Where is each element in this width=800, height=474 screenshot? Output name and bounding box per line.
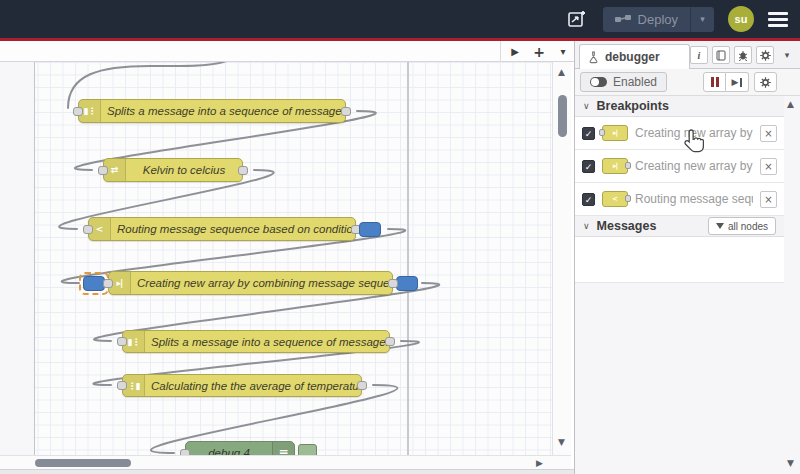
scroll-right-icon[interactable]: ▶ <box>536 459 543 468</box>
join-icon: ▸| <box>613 162 617 170</box>
scroll-up-icon[interactable]: ▲ <box>558 68 565 77</box>
remove-breakpoint-button[interactable]: × <box>760 125 777 142</box>
sidebar: debugger i <box>574 41 800 474</box>
scroll-up-icon[interactable]: ▲ <box>787 100 794 109</box>
node-chip: ▸| <box>602 158 628 174</box>
node-label: Creating new array by combining message … <box>131 277 392 289</box>
flask-icon <box>588 51 599 64</box>
scroll-down-icon[interactable]: ▼ <box>787 459 794 468</box>
funnel-icon <box>716 223 724 229</box>
canvas-footer <box>0 469 574 474</box>
chevron-down-icon: ∨ <box>583 221 590 231</box>
enabled-label: Enabled <box>613 75 657 89</box>
messages-section-header[interactable]: ∨ Messages all nodes <box>575 216 784 237</box>
step-icon: ▶ <box>732 77 739 87</box>
breakpoint-checkbox[interactable]: ✓ <box>582 127 595 140</box>
deploy-node-icon <box>615 13 631 25</box>
flow-canvas[interactable]: ▮⋮ Splits a message into a sequence of m… <box>0 62 552 455</box>
section-title: Messages <box>597 219 657 233</box>
output-port[interactable] <box>385 337 395 346</box>
input-port[interactable] <box>117 381 127 390</box>
breakpoints-section-header[interactable]: ∨ Breakpoints <box>575 96 784 117</box>
tab-debugger[interactable]: debugger <box>579 44 690 69</box>
breakpoint-row[interactable]: ✓ ▸| Creating new array by combini × <box>575 150 784 183</box>
section-title: Breakpoints <box>597 99 669 113</box>
menu-icon[interactable] <box>768 12 788 27</box>
debug-icon: ≡ <box>272 442 294 455</box>
node-chip: < <box>602 191 628 207</box>
breakpoint-label: Routing message sequence ba <box>635 192 753 206</box>
tab-scroll-right-icon[interactable]: ▶ <box>504 41 526 62</box>
add-flow-button[interactable]: + <box>528 41 550 62</box>
node-label: Splits a message into a sequence of mess… <box>145 336 389 348</box>
breakpoint-row[interactable]: ✓ < Routing message sequence ba × <box>575 183 784 216</box>
sidebar-scrollbar[interactable]: ▲ ▼ <box>784 96 800 474</box>
remove-breakpoint-button[interactable]: × <box>760 191 777 208</box>
step-button[interactable]: ▶ <box>726 72 749 92</box>
input-port[interactable] <box>117 337 127 346</box>
node-join-selected[interactable]: ▸| Creating new array by combining messa… <box>108 271 393 295</box>
deploy-label: Deploy <box>638 12 678 27</box>
input-port[interactable] <box>73 107 83 116</box>
output-port[interactable] <box>341 107 351 116</box>
canvas-hscrollbar[interactable]: ▶ <box>0 455 571 469</box>
hscroll-thumb[interactable] <box>35 459 131 467</box>
debugger-toolbar: Enabled ▶ <box>575 69 800 96</box>
scroll-down-icon[interactable]: ▼ <box>558 438 565 447</box>
join-icon: ▸| <box>613 129 617 137</box>
port-icon <box>599 129 605 136</box>
debugger-panel: ▲ ▼ ∨ Breakpoints ✓ ▸| Creating new arra… <box>575 96 800 474</box>
sidebar-menu-caret-icon[interactable]: ▾ <box>778 46 796 64</box>
output-port[interactable] <box>357 381 367 390</box>
filter-label: all nodes <box>728 221 768 232</box>
breakpoint-marker[interactable] <box>396 276 418 291</box>
tab-label: debugger <box>605 50 660 64</box>
message-filter-button[interactable]: all nodes <box>708 217 776 235</box>
breakpoint-marker[interactable] <box>359 222 381 237</box>
node-chip: ▸| <box>602 125 628 141</box>
debugger-enabled-toggle[interactable]: Enabled <box>580 72 667 92</box>
bug-icon <box>738 50 748 61</box>
input-port[interactable] <box>83 225 93 234</box>
breakpoint-marker-selected[interactable] <box>83 276 105 291</box>
app-header: Deploy ▾ su <box>0 0 800 38</box>
vscroll-thumb[interactable] <box>558 95 567 137</box>
debugger-settings-button[interactable] <box>754 72 777 92</box>
input-port[interactable] <box>103 279 113 288</box>
node-label: debug 4 <box>186 447 272 455</box>
node-join-average[interactable]: ⋮▮ Calculating the the average of temper… <box>122 374 362 397</box>
remove-breakpoint-button[interactable]: × <box>760 158 777 175</box>
breakpoint-checkbox[interactable]: ✓ <box>582 160 595 173</box>
node-label: Routing message sequence based on condit… <box>111 223 355 235</box>
deploy-caret-icon[interactable]: ▾ <box>690 7 714 32</box>
breakpoint-row[interactable]: ✓ ▸| Creating new array by combini × <box>575 117 784 150</box>
switch-icon: < <box>612 195 618 203</box>
breakpoint-label: Creating new array by combini <box>635 126 753 140</box>
settings-tab-button[interactable] <box>756 46 774 64</box>
deploy-button[interactable]: Deploy ▾ <box>603 7 714 32</box>
node-split-1[interactable]: ▮⋮ Splits a message into a sequence of m… <box>78 99 346 123</box>
node-change[interactable]: ⇄ Kelvin to celcius <box>103 158 243 182</box>
chevron-down-icon: ∨ <box>583 101 590 111</box>
node-switch[interactable]: < Routing message sequence based on cond… <box>88 217 356 241</box>
flow-list-icon[interactable]: ▾ <box>552 41 574 62</box>
export-flow-icon[interactable] <box>565 7 589 31</box>
node-split-2[interactable]: ▮⋮ Splits a message into a sequence of m… <box>122 330 390 353</box>
info-tab-button[interactable]: i <box>690 46 708 64</box>
debug-toggle-button[interactable] <box>298 444 317 455</box>
breakpoint-checkbox[interactable]: ✓ <box>582 193 595 206</box>
user-avatar[interactable]: su <box>728 6 754 32</box>
help-tab-button[interactable] <box>712 46 730 64</box>
node-label: Kelvin to celcius <box>126 164 242 176</box>
node-label: Calculating the the average of temperatu… <box>145 380 361 392</box>
input-port[interactable] <box>98 166 108 175</box>
output-port[interactable] <box>388 279 398 288</box>
node-debug[interactable]: debug 4 ≡ <box>185 441 295 455</box>
breakpoint-label: Creating new array by combini <box>635 159 753 173</box>
pause-button[interactable] <box>703 72 726 92</box>
output-port[interactable] <box>238 166 248 175</box>
debug-tab-button[interactable] <box>734 46 752 64</box>
messages-empty-list <box>575 237 784 283</box>
pause-icon <box>711 77 714 87</box>
canvas-vscrollbar[interactable]: ▲ ▼ <box>552 62 571 455</box>
